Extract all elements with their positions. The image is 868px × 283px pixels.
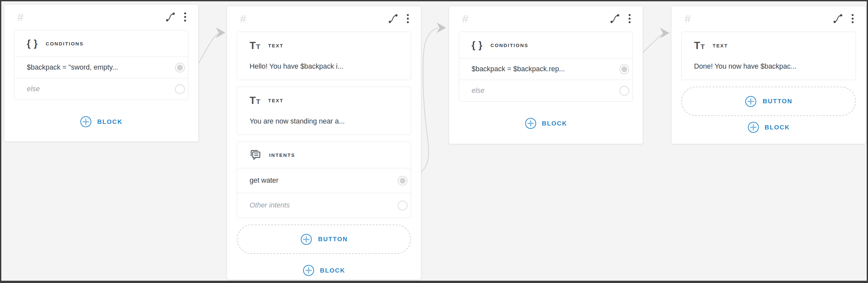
- text-icon: TT: [694, 40, 705, 51]
- card-header: #: [14, 8, 188, 26]
- add-block-label: BLOCK: [542, 120, 567, 127]
- section-label: INTENTS: [269, 152, 295, 158]
- connect-icon[interactable]: [833, 13, 843, 24]
- intent-text: Other intents: [250, 201, 290, 209]
- kebab-menu-icon[interactable]: [851, 13, 854, 24]
- message-text: Done! You now have $backpac...: [682, 62, 856, 80]
- add-block-label: BLOCK: [765, 124, 790, 131]
- condition-row[interactable]: $backpack = "sword, empty...: [14, 57, 188, 78]
- connector-card2-card3[interactable]: [420, 23, 446, 173]
- condition-text: $backpack = $backpack.rep...: [472, 65, 565, 73]
- condition-row-else[interactable]: else: [14, 78, 188, 100]
- add-button-label: BUTTON: [318, 236, 348, 243]
- add-button-label: BUTTON: [763, 98, 793, 105]
- plus-icon: [747, 121, 760, 133]
- connection-port-filled[interactable]: [175, 63, 185, 73]
- section-label: TEXT: [268, 98, 284, 103]
- add-block-label: BLOCK: [97, 118, 123, 126]
- kebab-menu-icon[interactable]: [406, 13, 409, 24]
- card-header: #: [459, 10, 633, 27]
- intent-row[interactable]: get water: [237, 168, 411, 193]
- intents-section[interactable]: INTENTS get water Other intents: [237, 141, 411, 218]
- connect-icon[interactable]: [388, 13, 398, 24]
- card-header: #: [237, 10, 411, 27]
- card-id-placeholder[interactable]: #: [17, 11, 24, 23]
- text-section[interactable]: TT TEXT Hello! You have $backpack i...: [237, 32, 411, 80]
- flow-card-3[interactable]: # { } CONDITIONS $backpack = $backpack.r…: [449, 6, 643, 144]
- conditions-section[interactable]: { } CONDITIONS $backpack = "sword, empty…: [14, 30, 188, 100]
- text-section-header: TT TEXT: [237, 87, 411, 106]
- condition-row-else[interactable]: else: [459, 80, 632, 101]
- message-text: Hello! You have $backpack i...: [237, 62, 411, 80]
- conditions-section[interactable]: { } CONDITIONS $backpack = $backpack.rep…: [459, 32, 633, 102]
- add-block-label: BLOCK: [320, 267, 345, 274]
- conditions-section-header: { } CONDITIONS: [459, 32, 632, 58]
- card-id-placeholder[interactable]: #: [240, 13, 246, 24]
- section-label: CONDITIONS: [491, 42, 529, 48]
- connection-port-filled[interactable]: [619, 64, 629, 74]
- plus-icon: [745, 96, 757, 108]
- add-button-button[interactable]: BUTTON: [681, 86, 856, 116]
- conditions-section-header: { } CONDITIONS: [14, 30, 188, 57]
- kebab-menu-icon[interactable]: [628, 13, 631, 24]
- add-block-button[interactable]: BLOCK: [14, 116, 188, 128]
- card-id-placeholder[interactable]: #: [462, 13, 468, 24]
- condition-text: else: [472, 86, 484, 95]
- flow-card-4[interactable]: # TT TEXT Done! You now have $backpac...…: [671, 6, 866, 144]
- condition-row[interactable]: $backpack = $backpack.rep...: [459, 58, 632, 80]
- text-section-header: TT TEXT: [682, 32, 856, 51]
- connection-port-empty[interactable]: [619, 86, 629, 96]
- add-block-button[interactable]: BLOCK: [459, 117, 633, 130]
- text-section[interactable]: TT TEXT You are now standing near a...: [237, 86, 411, 135]
- intent-row-other[interactable]: Other intents: [237, 193, 411, 218]
- flow-canvas[interactable]: # { } CONDITIONS $backpack = "sword, emp…: [0, 0, 868, 283]
- section-label: TEXT: [713, 43, 728, 48]
- plus-icon: [303, 264, 315, 277]
- card-header: #: [681, 10, 856, 27]
- intents-icon: [250, 149, 261, 161]
- add-block-button[interactable]: BLOCK: [681, 121, 856, 133]
- plus-icon: [300, 233, 312, 245]
- add-button-button[interactable]: BUTTON: [237, 224, 411, 254]
- flow-card-2[interactable]: # TT TEXT Hello! You have $backpack i...…: [227, 6, 421, 280]
- plus-icon: [525, 117, 537, 130]
- section-label: TEXT: [268, 43, 284, 48]
- connection-port-empty[interactable]: [175, 84, 185, 94]
- kebab-menu-icon[interactable]: [184, 12, 186, 22]
- text-section[interactable]: TT TEXT Done! You now have $backpac...: [681, 32, 856, 80]
- connector-card1-card2[interactable]: [197, 28, 225, 65]
- message-text: You are now standing near a...: [237, 117, 411, 135]
- text-icon: TT: [250, 96, 260, 106]
- flow-card-1[interactable]: # { } CONDITIONS $backpack = "sword, emp…: [4, 4, 198, 142]
- braces-icon: { }: [27, 38, 38, 49]
- connection-port-empty[interactable]: [398, 201, 407, 210]
- intent-text: get water: [250, 176, 278, 185]
- section-label: CONDITIONS: [46, 41, 84, 46]
- connect-icon[interactable]: [165, 12, 175, 22]
- connection-port-filled[interactable]: [398, 176, 407, 186]
- condition-text: else: [27, 85, 39, 93]
- intents-section-header: INTENTS: [237, 142, 411, 168]
- braces-icon: { }: [472, 40, 483, 51]
- text-icon: TT: [250, 40, 260, 51]
- text-section-header: TT TEXT: [237, 32, 411, 51]
- plus-icon: [80, 116, 92, 128]
- card-id-placeholder[interactable]: #: [684, 13, 691, 24]
- add-block-button[interactable]: BLOCK: [237, 264, 411, 277]
- condition-text: $backpack = "sword, empty...: [27, 63, 118, 72]
- connect-icon[interactable]: [610, 13, 620, 24]
